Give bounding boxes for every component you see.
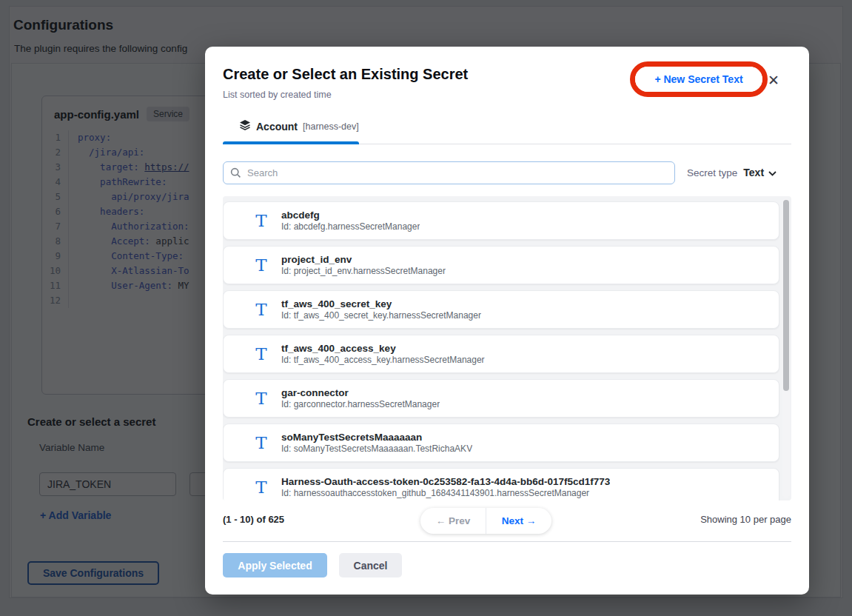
secret-type-dropdown[interactable]: Text xyxy=(743,167,776,178)
search-input[interactable] xyxy=(223,161,675,184)
secrets-list: T abcdefgId: abcdefg.harnessSecretManage… xyxy=(223,196,791,500)
tab-active-underline xyxy=(223,141,359,144)
footer-divider xyxy=(223,541,791,542)
text-secret-icon: T xyxy=(252,390,271,407)
apply-selected-button[interactable]: Apply Selected xyxy=(223,553,327,578)
pagination-range: (1 - 10) of 625 xyxy=(223,514,284,525)
scrollbar-track[interactable] xyxy=(782,198,790,498)
tab-account-scope: [harness-dev] xyxy=(303,121,359,132)
prev-page-button[interactable]: ← Prev xyxy=(420,508,486,534)
scrollbar-thumb[interactable] xyxy=(783,200,789,391)
new-secret-text-button[interactable]: + New Secret Text xyxy=(635,67,762,92)
modal-subtitle: List sorted by created time xyxy=(223,90,332,100)
text-secret-icon: T xyxy=(252,301,271,318)
next-page-button[interactable]: Next → xyxy=(486,508,551,534)
tab-account-label: Account xyxy=(256,121,298,133)
text-secret-icon: T xyxy=(252,257,271,274)
secret-list-item[interactable]: T tf_aws_400_access_keyId: tf_aws_400_ac… xyxy=(223,335,779,373)
secret-type-label: Secret type xyxy=(687,167,737,178)
secret-list-item[interactable]: T gar-connectorId: garconnector.harnessS… xyxy=(223,379,779,418)
select-secret-modal: Create or Select an Existing Secret List… xyxy=(205,47,809,595)
tab-account[interactable]: Account [harness-dev] xyxy=(239,119,359,134)
cancel-button[interactable]: Cancel xyxy=(339,553,402,578)
text-secret-icon: T xyxy=(252,346,271,363)
text-secret-icon: T xyxy=(252,479,271,496)
secret-list-item[interactable]: T project_id_envId: project_id_env.harne… xyxy=(223,246,779,284)
text-secret-icon: T xyxy=(252,435,271,452)
per-page-label: Showing 10 per page xyxy=(700,514,791,525)
layers-icon xyxy=(239,119,251,134)
secret-type-filter: Secret type Text xyxy=(687,167,776,178)
chevron-down-icon xyxy=(768,167,776,178)
search-icon xyxy=(230,167,241,181)
close-icon[interactable]: ✕ xyxy=(768,73,779,87)
secret-list-item[interactable]: T soManyTestSecretsMaaaaaanId: soManyTes… xyxy=(223,424,779,462)
secret-list-item[interactable]: T abcdefgId: abcdefg.harnessSecretManage… xyxy=(223,201,779,240)
modal-title: Create or Select an Existing Secret xyxy=(223,66,468,83)
red-highlight-annotation: + New Secret Text xyxy=(630,61,768,97)
text-secret-icon: T xyxy=(252,212,271,230)
pagination-pager: ← Prev Next → xyxy=(420,508,551,534)
secret-list-item[interactable]: T Harness-Oauth-access-token-0c253582-fa… xyxy=(223,468,779,500)
secret-list-item[interactable]: T tf_aws_400_secret_keyId: tf_aws_400_se… xyxy=(223,290,779,329)
